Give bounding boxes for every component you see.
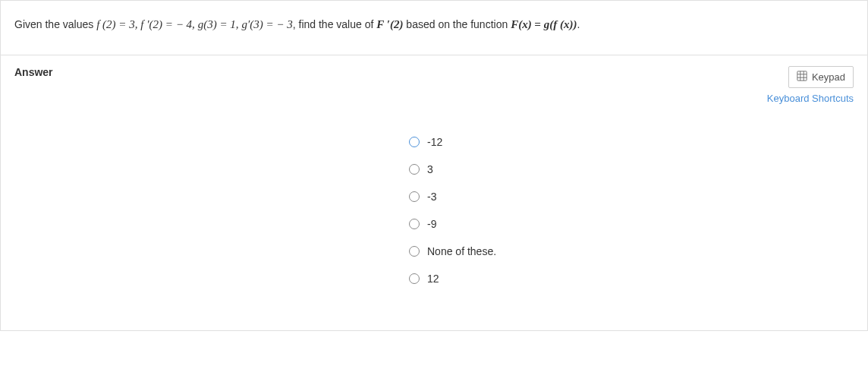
option-row[interactable]: -12 bbox=[409, 136, 854, 148]
radio-input[interactable] bbox=[409, 246, 420, 257]
option-label: None of these. bbox=[427, 245, 496, 257]
question-suffix: . bbox=[577, 18, 580, 30]
question-panel: Given the values f (2) = 3, f ′(2) = − 4… bbox=[0, 0, 868, 55]
radio-input[interactable] bbox=[409, 164, 420, 175]
keyboard-shortcuts-link[interactable]: Keyboard Shortcuts bbox=[767, 93, 854, 104]
answer-header: Answer Keypad Keyboard Shortcuts bbox=[14, 66, 854, 104]
radio-input[interactable] bbox=[409, 219, 420, 229]
option-row[interactable]: -9 bbox=[409, 218, 854, 230]
option-row[interactable]: None of these. bbox=[409, 245, 854, 257]
keypad-button[interactable]: Keypad bbox=[788, 66, 854, 88]
question-prefix: Given the values bbox=[14, 18, 93, 30]
answer-panel: Answer Keypad Keyboard Shortcuts bbox=[0, 55, 868, 331]
math-Fp2: F ′(2) bbox=[376, 18, 403, 30]
math-gp3: g′(3) = − 3 bbox=[241, 18, 292, 30]
keypad-icon bbox=[797, 71, 807, 84]
radio-input[interactable] bbox=[409, 137, 420, 147]
question-middle: , find the value of bbox=[293, 18, 374, 30]
option-row[interactable]: 12 bbox=[409, 273, 854, 285]
option-label: -3 bbox=[427, 191, 436, 203]
option-row[interactable]: 3 bbox=[409, 163, 854, 175]
right-controls: Keypad Keyboard Shortcuts bbox=[767, 66, 854, 104]
option-label: 12 bbox=[427, 273, 439, 285]
question-middle2: based on the function bbox=[406, 18, 508, 30]
option-row[interactable]: -3 bbox=[409, 191, 854, 203]
keypad-label: Keypad bbox=[812, 71, 845, 83]
answer-label: Answer bbox=[14, 66, 53, 78]
option-label: -9 bbox=[427, 218, 436, 230]
math-f2: f (2) = 3, bbox=[96, 18, 137, 30]
math-Fx: F(x) = g(f (x)) bbox=[511, 18, 577, 30]
svg-rect-0 bbox=[797, 71, 807, 80]
radio-input[interactable] bbox=[409, 191, 420, 202]
radio-input[interactable] bbox=[409, 273, 420, 284]
math-g3: g(3) = 1, bbox=[198, 18, 239, 30]
math-fp2: f ′(2) = − 4, bbox=[140, 18, 194, 30]
options-container: -12 3 -3 -9 None of these. 12 bbox=[409, 136, 854, 285]
option-label: 3 bbox=[427, 163, 433, 175]
question-text: Given the values f (2) = 3, f ′(2) = − 4… bbox=[14, 16, 854, 33]
option-label: -12 bbox=[427, 136, 442, 148]
